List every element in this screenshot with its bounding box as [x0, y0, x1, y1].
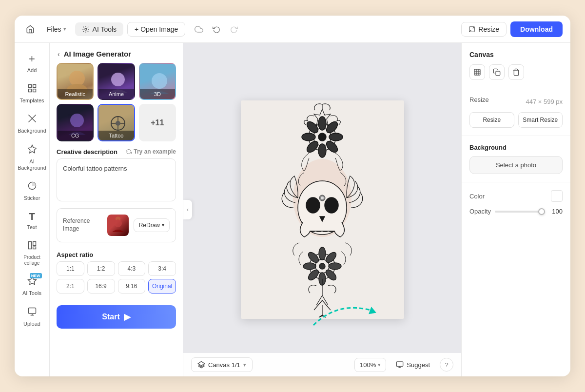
opacity-thumb[interactable] — [538, 208, 545, 215]
style-cg[interactable]: CG — [57, 104, 94, 141]
svg-rect-69 — [496, 71, 500, 76]
style-3d[interactable]: 3D — [139, 63, 176, 100]
cloud-icon-button[interactable] — [191, 21, 207, 37]
aspect-16-9[interactable]: 16:9 — [87, 279, 115, 294]
sidebar-item-background[interactable]: Background — [18, 110, 47, 138]
start-button[interactable]: Start ▶ — [57, 305, 176, 329]
canvas-image — [241, 100, 404, 319]
start-label: Start — [102, 313, 119, 321]
canvas-tool-frame[interactable] — [469, 64, 485, 80]
zoom-chevron-icon: ▾ — [378, 362, 381, 368]
sidebar-add-label: Add — [27, 67, 37, 74]
svg-rect-61 — [397, 362, 403, 366]
style-tattoo-label: Tattoo — [98, 131, 134, 140]
text-icon: T — [29, 211, 35, 222]
background-icon — [27, 114, 37, 126]
creative-description-title: Creative description — [57, 148, 117, 156]
canvas-properties-title: Canvas — [469, 51, 563, 59]
aspect-original[interactable]: Original — [148, 279, 176, 294]
aspect-9-16[interactable]: 9:16 — [118, 279, 146, 294]
sidebar-item-ai-background[interactable]: AI Background — [18, 140, 47, 175]
svg-point-30 — [318, 117, 326, 130]
style-realistic-label: Realistic — [58, 89, 93, 99]
aspect-ratio-section: Aspect ratio — [50, 249, 183, 261]
aspect-3-4[interactable]: 3:4 — [148, 261, 176, 276]
svg-point-47 — [321, 196, 324, 199]
svg-point-21 — [70, 114, 84, 127]
resize-options-row: Resize Smart Resize — [469, 112, 563, 128]
sidebar-item-text[interactable]: T Text — [18, 207, 47, 235]
files-button[interactable]: Files ▾ — [42, 22, 71, 36]
ai-background-icon — [27, 144, 37, 157]
reference-image-thumbnail[interactable] — [107, 215, 129, 236]
open-image-button[interactable]: + Open Image — [127, 22, 185, 37]
svg-rect-11 — [33, 242, 36, 246]
description-textarea[interactable]: Colorful tattoo patterns — [57, 158, 176, 201]
svg-point-29 — [318, 133, 326, 141]
download-button[interactable]: Download — [510, 21, 563, 37]
layers-chevron-icon: ▾ — [243, 362, 246, 368]
aspect-1-2[interactable]: 1:2 — [87, 261, 115, 276]
canvas-area: ‹ — [183, 43, 461, 376]
style-tattoo[interactable]: Tattoo — [98, 104, 135, 141]
style-more[interactable]: +11 — [139, 104, 176, 141]
color-swatch[interactable] — [551, 190, 563, 202]
opacity-row: Opacity 100 — [469, 208, 563, 215]
layers-button[interactable]: Canvas 1/1 ▾ — [191, 357, 253, 372]
zoom-control[interactable]: 100% ▾ — [354, 358, 386, 372]
undo-button[interactable] — [209, 21, 224, 37]
svg-point-40 — [325, 197, 338, 213]
resize-option-button[interactable]: Resize — [469, 112, 514, 128]
style-anime[interactable]: Anime — [98, 63, 135, 100]
resize-button[interactable]: Resize — [461, 22, 507, 37]
reference-image-section: Reference Image ReDraw ▾ — [57, 208, 176, 242]
try-example-label: Try an example — [134, 148, 176, 155]
bottom-bar: Canvas 1/1 ▾ 100% ▾ Suggest ? — [183, 353, 461, 376]
ai-tools-header-button[interactable]: AI Tools — [75, 22, 124, 36]
upload-icon — [27, 307, 37, 319]
sidebar-item-add[interactable]: + Add — [18, 49, 47, 78]
suggest-label: Suggest — [407, 361, 430, 369]
sidebar-item-ai-tools[interactable]: NEW AI Tools — [18, 272, 47, 300]
sidebar-item-product-collage[interactable]: Product collage — [18, 236, 47, 270]
redo-button[interactable] — [226, 21, 242, 37]
back-icon[interactable]: ‹ — [58, 50, 60, 58]
canvas-tools-row — [469, 64, 563, 80]
style-more-label: +11 — [151, 118, 164, 127]
ai-tools-header-label: AI Tools — [93, 25, 117, 33]
svg-point-24 — [114, 219, 122, 227]
svg-point-32 — [302, 133, 315, 141]
size-label: Resize — [469, 96, 489, 103]
sidebar-product-collage-label: Product collage — [20, 255, 45, 266]
home-button[interactable] — [22, 21, 38, 37]
collapse-panel-button[interactable]: ‹ — [183, 200, 192, 219]
svg-rect-3 — [33, 85, 36, 88]
opacity-slider[interactable] — [495, 211, 545, 213]
sidebar-item-upload[interactable]: Upload — [18, 303, 47, 331]
resize-label: Resize — [478, 25, 499, 33]
canvas-tool-copy[interactable] — [489, 64, 505, 80]
try-example-button[interactable]: Try an example — [126, 148, 176, 155]
style-realistic[interactable]: Realistic — [57, 63, 94, 100]
smart-resize-button[interactable]: Smart Resize — [518, 112, 563, 128]
svg-point-20 — [152, 73, 167, 89]
aspect-2-1[interactable]: 2:1 — [57, 279, 84, 294]
redraw-button[interactable]: ReDraw ▾ — [134, 218, 170, 232]
aspect-1-1[interactable]: 1:1 — [57, 261, 84, 276]
canvas-tool-delete[interactable] — [508, 64, 524, 80]
help-button[interactable]: ? — [440, 358, 453, 372]
select-photo-button[interactable]: Select a photo — [469, 156, 563, 174]
files-label: Files — [47, 25, 61, 33]
svg-rect-4 — [28, 89, 31, 92]
sidebar-item-sticker[interactable]: Sticker — [18, 177, 47, 205]
style-anime-label: Anime — [98, 89, 134, 99]
suggest-button[interactable]: Suggest — [390, 358, 436, 372]
header: Files ▾ AI Tools + Open Image Resize Do — [15, 16, 570, 43]
aspect-4-3[interactable]: 4:3 — [118, 261, 146, 276]
svg-point-33 — [329, 133, 343, 141]
creative-description-section: Creative description Try an example — [50, 148, 183, 158]
right-panel: Canvas Resize 447 × 599 px Resize Smart — [461, 43, 570, 376]
sidebar-item-templates[interactable]: Templates — [18, 79, 47, 108]
aspect-ratio-grid: 1:1 1:2 4:3 3:4 2:1 16:9 9:16 Original — [50, 261, 183, 300]
svg-rect-10 — [28, 242, 31, 249]
